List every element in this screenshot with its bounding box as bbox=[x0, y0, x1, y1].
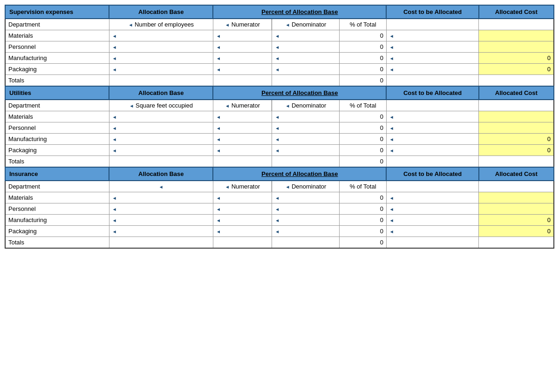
numerator-input-0-0[interactable]: ◄ bbox=[109, 30, 213, 41]
alloc-denominator-0-0[interactable]: ◄ bbox=[272, 30, 340, 41]
dept-label-2: Department bbox=[5, 181, 109, 192]
dept-name-2-3: Packaging bbox=[5, 226, 109, 237]
numerator-input-2-1[interactable]: ◄ bbox=[109, 203, 213, 215]
alloc-numerator-0-1[interactable]: ◄ bbox=[213, 41, 272, 53]
numerator-input-1-3[interactable]: ◄ bbox=[109, 145, 213, 156]
dept-alloc-cell-1 bbox=[479, 100, 554, 111]
numerator-input-2-3[interactable]: ◄ bbox=[109, 226, 213, 237]
alloc-denominator-2-2[interactable]: ◄ bbox=[272, 215, 340, 226]
percent-total-0-0: 0 bbox=[340, 30, 386, 41]
allocated-cost-0-3: 0 bbox=[479, 64, 554, 75]
percent-total-2-1: 0 bbox=[340, 203, 386, 215]
alloc-numerator-2-3[interactable]: ◄ bbox=[213, 226, 272, 237]
dept-label-1: Department bbox=[5, 100, 109, 111]
dept-denominator-label-1: ◄ Denominator bbox=[272, 100, 340, 111]
cost-allocated-1-1[interactable]: ◄ bbox=[386, 122, 478, 134]
alloc-numerator-1-3[interactable]: ◄ bbox=[213, 145, 272, 156]
dept-name-1-2: Manufacturing bbox=[5, 134, 109, 145]
section-cost-header-0: Cost to be Allocated bbox=[386, 5, 478, 19]
alloc-numerator-1-0[interactable]: ◄ bbox=[213, 111, 272, 122]
section-cost-header-1: Cost to be Allocated bbox=[386, 86, 478, 100]
dept-name-0-2: Manufacturing bbox=[5, 53, 109, 64]
alloc-denominator-2-1[interactable]: ◄ bbox=[272, 203, 340, 215]
cost-allocated-1-2[interactable]: ◄ bbox=[386, 134, 478, 145]
alloc-numerator-0-2[interactable]: ◄ bbox=[213, 53, 272, 64]
section-alloc-base-header-2: Allocation Base bbox=[109, 167, 213, 181]
alloc-denominator-0-2[interactable]: ◄ bbox=[272, 53, 340, 64]
numerator-input-0-3[interactable]: ◄ bbox=[109, 64, 213, 75]
allocated-cost-0-0 bbox=[479, 30, 554, 41]
numerator-input-1-1[interactable]: ◄ bbox=[109, 122, 213, 134]
numerator-input-1-2[interactable]: ◄ bbox=[109, 134, 213, 145]
cost-allocated-1-3[interactable]: ◄ bbox=[386, 145, 478, 156]
alloc-denominator-1-1[interactable]: ◄ bbox=[272, 122, 340, 134]
cost-allocated-2-2[interactable]: ◄ bbox=[386, 215, 478, 226]
totals-den-2 bbox=[272, 237, 340, 249]
numerator-input-0-1[interactable]: ◄ bbox=[109, 41, 213, 53]
percent-total-0-2: 0 bbox=[340, 53, 386, 64]
cost-allocated-0-0[interactable]: ◄ bbox=[386, 30, 478, 41]
totals-percent-0: 0 bbox=[340, 75, 386, 87]
data-row-1-0: Materials ◄ ◄ ◄ 0 ◄ bbox=[5, 111, 554, 122]
main-table: Supervision expenses Allocation Base Per… bbox=[5, 5, 554, 249]
numerator-input-0-2[interactable]: ◄ bbox=[109, 53, 213, 64]
section-header-1: Utilities Allocation Base Percent of All… bbox=[5, 86, 554, 100]
alloc-numerator-2-0[interactable]: ◄ bbox=[213, 192, 272, 203]
percent-total-2-2: 0 bbox=[340, 215, 386, 226]
data-row-0-3: Packaging ◄ ◄ ◄ 0 ◄ 0 bbox=[5, 64, 554, 75]
dept-alloc-cell-0 bbox=[479, 19, 554, 30]
alloc-denominator-2-3[interactable]: ◄ bbox=[272, 226, 340, 237]
cost-allocated-0-2[interactable]: ◄ bbox=[386, 53, 478, 64]
dept-percent-label-2: % of Total bbox=[340, 181, 386, 192]
data-row-0-2: Manufacturing ◄ ◄ ◄ 0 ◄ 0 bbox=[5, 53, 554, 64]
cost-allocated-2-0[interactable]: ◄ bbox=[386, 192, 478, 203]
cost-allocated-1-0[interactable]: ◄ bbox=[386, 111, 478, 122]
data-row-2-2: Manufacturing ◄ ◄ ◄ 0 ◄ 0 bbox=[5, 215, 554, 226]
section-header-2: Insurance Allocation Base Percent of All… bbox=[5, 167, 554, 181]
cost-allocated-2-1[interactable]: ◄ bbox=[386, 203, 478, 215]
totals-label-0: Totals bbox=[5, 75, 109, 87]
totals-row-1: Totals 0 bbox=[5, 156, 554, 168]
alloc-numerator-1-1[interactable]: ◄ bbox=[213, 122, 272, 134]
dept-alloc-value-1[interactable]: ◄ Square feet occupied bbox=[109, 100, 213, 111]
numerator-input-2-0[interactable]: ◄ bbox=[109, 192, 213, 203]
alloc-numerator-0-3[interactable]: ◄ bbox=[213, 64, 272, 75]
dept-alloc-value-2[interactable]: ◄ bbox=[109, 181, 213, 192]
cost-allocated-2-3[interactable]: ◄ bbox=[386, 226, 478, 237]
alloc-numerator-1-2[interactable]: ◄ bbox=[213, 134, 272, 145]
dept-denominator-label-0: ◄ Denominator bbox=[272, 19, 340, 30]
totals-num-0 bbox=[213, 75, 272, 87]
percent-total-1-3: 0 bbox=[340, 145, 386, 156]
dept-row-1: Department ◄ Square feet occupied ◄ Nume… bbox=[5, 100, 554, 111]
cost-allocated-0-1[interactable]: ◄ bbox=[386, 41, 478, 53]
data-row-1-1: Personnel ◄ ◄ ◄ 0 ◄ bbox=[5, 122, 554, 134]
alloc-denominator-1-0[interactable]: ◄ bbox=[272, 111, 340, 122]
alloc-numerator-2-2[interactable]: ◄ bbox=[213, 215, 272, 226]
dept-name-2-0: Materials bbox=[5, 192, 109, 203]
section-alloc-base-header-1: Allocation Base bbox=[109, 86, 213, 100]
totals-alloc-1 bbox=[109, 156, 213, 168]
totals-label-2: Totals bbox=[5, 237, 109, 249]
dept-numerator-label-2: ◄ Numerator bbox=[213, 181, 272, 192]
totals-den-0 bbox=[272, 75, 340, 87]
alloc-denominator-2-0[interactable]: ◄ bbox=[272, 192, 340, 203]
percent-total-2-3: 0 bbox=[340, 226, 386, 237]
alloc-numerator-0-0[interactable]: ◄ bbox=[213, 30, 272, 41]
alloc-denominator-0-3[interactable]: ◄ bbox=[272, 64, 340, 75]
allocated-cost-2-3: 0 bbox=[479, 226, 554, 237]
dept-cost-cell-0 bbox=[386, 19, 478, 30]
dept-name-0-1: Personnel bbox=[5, 41, 109, 53]
alloc-denominator-0-1[interactable]: ◄ bbox=[272, 41, 340, 53]
numerator-input-2-2[interactable]: ◄ bbox=[109, 215, 213, 226]
section-header-0: Supervision expenses Allocation Base Per… bbox=[5, 5, 554, 19]
cost-allocated-0-3[interactable]: ◄ bbox=[386, 64, 478, 75]
dept-percent-label-0: % of Total bbox=[340, 19, 386, 30]
numerator-input-1-0[interactable]: ◄ bbox=[109, 111, 213, 122]
totals-alloc-cost-2 bbox=[479, 237, 554, 249]
alloc-denominator-1-2[interactable]: ◄ bbox=[272, 134, 340, 145]
totals-row-0: Totals 0 bbox=[5, 75, 554, 87]
alloc-numerator-2-1[interactable]: ◄ bbox=[213, 203, 272, 215]
dept-alloc-value-0[interactable]: ◄ Number of employees bbox=[109, 19, 213, 30]
dept-numerator-label-0: ◄ Numerator bbox=[213, 19, 272, 30]
alloc-denominator-1-3[interactable]: ◄ bbox=[272, 145, 340, 156]
